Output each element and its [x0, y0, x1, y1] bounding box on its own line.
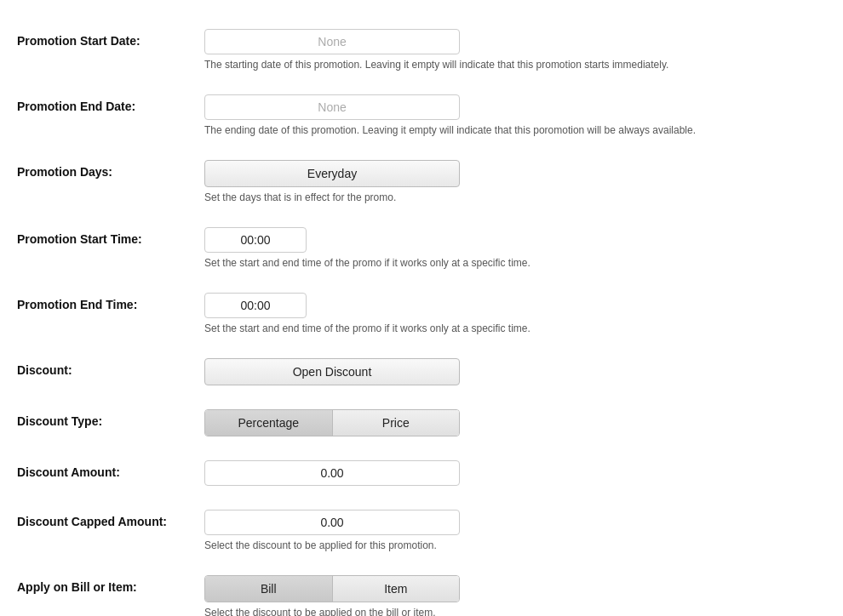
discount-type-segmented: Percentage Price	[204, 409, 460, 436]
control-promotion-start-date: The starting date of this promotion. Lea…	[204, 29, 826, 71]
discount-capped-amount-input[interactable]	[204, 510, 460, 535]
hint-promotion-start-date: The starting date of this promotion. Lea…	[204, 59, 826, 71]
label-discount: Discount:	[17, 358, 204, 377]
hint-promotion-start-time: Set the start and end time of the promo …	[204, 257, 826, 269]
label-promotion-end-date: Promotion End Date:	[17, 94, 204, 113]
promotion-start-time-input[interactable]	[204, 227, 307, 253]
row-discount: Discount: Open Discount	[17, 346, 826, 397]
row-discount-type: Discount Type: Percentage Price	[17, 397, 826, 448]
row-apply-on-bill-or-item: Apply on Bill or Item: Bill Item Select …	[17, 563, 826, 616]
label-apply-on-bill-or-item: Apply on Bill or Item:	[17, 575, 204, 594]
control-discount: Open Discount	[204, 358, 826, 385]
row-promotion-start-time: Promotion Start Time: Set the start and …	[17, 215, 826, 281]
control-discount-amount	[204, 460, 826, 486]
label-promotion-start-date: Promotion Start Date:	[17, 29, 204, 48]
label-discount-capped-amount: Discount Capped Amount:	[17, 510, 204, 528]
label-promotion-end-time: Promotion End Time:	[17, 293, 204, 311]
label-promotion-start-time: Promotion Start Time:	[17, 227, 204, 246]
label-promotion-days: Promotion Days:	[17, 160, 204, 179]
apply-on-bill-button[interactable]: Bill	[205, 576, 333, 602]
row-promotion-end-date: Promotion End Date: The ending date of t…	[17, 83, 826, 148]
row-discount-capped-amount: Discount Capped Amount: Select the disco…	[17, 498, 826, 563]
row-promotion-days: Promotion Days: Everyday Set the days th…	[17, 148, 826, 215]
promotion-end-time-input[interactable]	[204, 293, 307, 318]
control-promotion-end-time: Set the start and end time of the promo …	[204, 293, 826, 334]
control-promotion-end-date: The ending date of this promotion. Leavi…	[204, 94, 826, 136]
promotion-start-date-input[interactable]	[204, 29, 460, 54]
discount-button[interactable]: Open Discount	[204, 358, 460, 385]
discount-type-price-button[interactable]: Price	[333, 410, 460, 436]
promotion-end-date-input[interactable]	[204, 94, 460, 120]
hint-promotion-days: Set the days that is in effect for the p…	[204, 191, 826, 203]
form-container: Promotion Start Date: The starting date …	[0, 17, 843, 616]
control-promotion-days: Everyday Set the days that is in effect …	[204, 160, 826, 203]
apply-on-item-button[interactable]: Item	[333, 576, 460, 602]
discount-amount-input[interactable]	[204, 460, 460, 486]
control-discount-capped-amount: Select the discount to be applied for th…	[204, 510, 826, 551]
control-discount-type: Percentage Price	[204, 409, 826, 436]
label-discount-amount: Discount Amount:	[17, 460, 204, 479]
row-promotion-end-time: Promotion End Time: Set the start and en…	[17, 281, 826, 346]
label-discount-type: Discount Type:	[17, 409, 204, 428]
control-apply-on-bill-or-item: Bill Item Select the discount to be appl…	[204, 575, 826, 616]
promotion-days-button[interactable]: Everyday	[204, 160, 460, 187]
apply-on-segmented: Bill Item	[204, 575, 460, 602]
hint-apply-on-bill-or-item: Select the discount to be applied on the…	[204, 607, 826, 616]
control-promotion-start-time: Set the start and end time of the promo …	[204, 227, 826, 269]
hint-promotion-end-time: Set the start and end time of the promo …	[204, 322, 826, 334]
row-promotion-start-date: Promotion Start Date: The starting date …	[17, 17, 826, 83]
hint-promotion-end-date: The ending date of this promotion. Leavi…	[204, 124, 826, 136]
discount-type-percentage-button[interactable]: Percentage	[205, 410, 333, 436]
row-discount-amount: Discount Amount:	[17, 448, 826, 498]
hint-discount-capped-amount: Select the discount to be applied for th…	[204, 539, 826, 551]
